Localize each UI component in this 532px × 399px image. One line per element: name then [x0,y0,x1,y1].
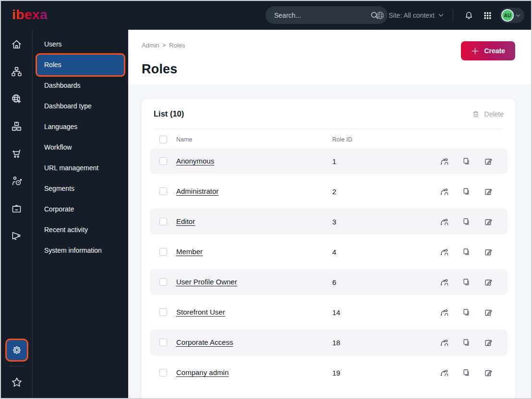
role-name-link[interactable]: Editor [176,217,195,225]
global-search[interactable] [266,6,387,24]
commerce-cart-icon[interactable] [7,143,27,164]
bookmarks-star-icon[interactable] [7,372,27,392]
role-name-link[interactable]: Anonymous [176,157,214,165]
corporate-badge-icon[interactable] [7,198,27,218]
role-name-link[interactable]: Administrator [176,187,218,195]
role-id-cell: 2 [332,188,440,196]
sidebar-item-label: Languages [44,123,77,130]
create-button[interactable]: Create [461,41,515,60]
announcements-megaphone-icon[interactable] [7,225,27,246]
table-row: Member 4 [150,239,508,265]
role-name-link[interactable]: Storefront User [176,308,225,316]
copy-icon[interactable] [462,278,471,287]
edit-icon[interactable] [484,157,493,166]
select-all-checkbox[interactable] [159,136,167,143]
user-menu[interactable]: AU [500,8,524,23]
row-checkbox[interactable] [159,278,167,286]
role-name-link[interactable]: Company admin [176,368,229,376]
row-checkbox[interactable] [159,157,167,165]
role-name-link[interactable]: Member [176,247,203,256]
role-id-cell: 18 [332,339,440,347]
sidebar-item[interactable]: Dashboards [33,75,128,96]
content-tree-icon[interactable] [7,61,27,82]
edit-icon[interactable] [484,308,493,317]
delete-button[interactable]: Delete [472,110,504,118]
list-title: List (10) [154,109,184,118]
table-row: Corporate Access 18 [150,329,508,355]
admin-gear-icon[interactable] [7,340,27,360]
site-context-label: Site: All context [388,12,435,19]
edit-icon[interactable] [484,217,493,226]
table-row: Editor 3 [150,209,508,235]
sidebar-item-label: System information [44,246,102,254]
copy-icon[interactable] [462,157,471,166]
role-name-cell: Member [176,247,332,256]
sidebar-item[interactable]: Workflow [33,137,128,158]
globe-icon [376,11,385,20]
assign-user-icon[interactable] [440,157,449,166]
sidebar-item[interactable]: Users [33,34,128,55]
sidebar-item[interactable]: Recent activity [33,220,128,240]
role-name-cell: Company admin [176,368,332,377]
table-row: Company admin 19 [150,360,508,386]
row-checkbox[interactable] [159,339,167,346]
site-globe-icon[interactable] [7,89,27,109]
role-name-link[interactable]: User Profile Owner [176,278,237,286]
row-checkbox[interactable] [159,308,167,316]
edit-icon[interactable] [484,278,493,287]
sidebar-item-label: Dashboards [44,82,81,89]
role-name-cell: Editor [176,217,332,226]
assign-user-icon[interactable] [440,338,449,347]
copy-icon[interactable] [462,338,471,347]
roles-list-card: List (10) Delete Name Role ID [142,99,516,399]
row-checkbox[interactable] [159,248,167,256]
copy-icon[interactable] [462,368,471,377]
personalization-target-icon[interactable] [7,171,27,191]
row-checkbox[interactable] [159,218,167,225]
role-name-link[interactable]: Corporate Access [176,338,233,346]
assign-user-icon[interactable] [440,278,449,287]
sidebar-item[interactable]: URL management [33,158,128,178]
logo-text: ibexa [12,7,48,22]
copy-icon[interactable] [462,247,471,257]
sidebar-item[interactable]: Corporate [33,199,128,220]
ibexa-logo[interactable]: ibexa [12,6,54,25]
assign-user-icon[interactable] [440,247,449,257]
notifications-bell-icon[interactable] [462,9,475,22]
sidebar-item[interactable]: System information [33,240,128,261]
row-checkbox[interactable] [159,188,167,195]
app-grid-icon[interactable] [481,9,494,22]
edit-icon[interactable] [484,368,493,377]
site-context-dropdown[interactable]: Site: All context [376,11,444,20]
breadcrumb-roles: Roles [169,42,185,49]
role-name-cell: Corporate Access [176,338,332,347]
assign-user-icon[interactable] [440,187,449,196]
products-boxes-icon[interactable] [7,116,27,136]
assign-user-icon[interactable] [440,308,449,317]
role-id-cell: 19 [332,369,440,377]
row-actions [440,338,493,347]
edit-icon[interactable] [484,187,493,196]
edit-icon[interactable] [484,338,493,347]
copy-icon[interactable] [462,308,471,317]
roles-table-body: Anonymous 1 [142,148,516,386]
assign-user-icon[interactable] [440,368,449,377]
home-icon[interactable] [7,34,27,54]
search-input[interactable] [274,12,368,19]
row-actions [440,217,493,226]
edit-icon[interactable] [484,247,493,257]
row-actions [440,308,493,317]
sidebar-item[interactable]: Dashboard type [33,96,128,117]
row-checkbox[interactable] [159,369,167,376]
role-id-cell: 3 [332,218,440,226]
breadcrumb-separator: > [163,42,166,48]
topbar-right: Site: All context AU [376,1,524,30]
sidebar-item-label: Corporate [44,205,74,213]
breadcrumb-admin[interactable]: Admin [142,42,159,49]
sidebar-item[interactable]: Segments [33,178,128,199]
copy-icon[interactable] [462,187,471,196]
copy-icon[interactable] [462,217,471,226]
sidebar-item[interactable]: Roles [37,55,124,75]
sidebar-item[interactable]: Languages [33,117,128,137]
assign-user-icon[interactable] [440,217,449,226]
